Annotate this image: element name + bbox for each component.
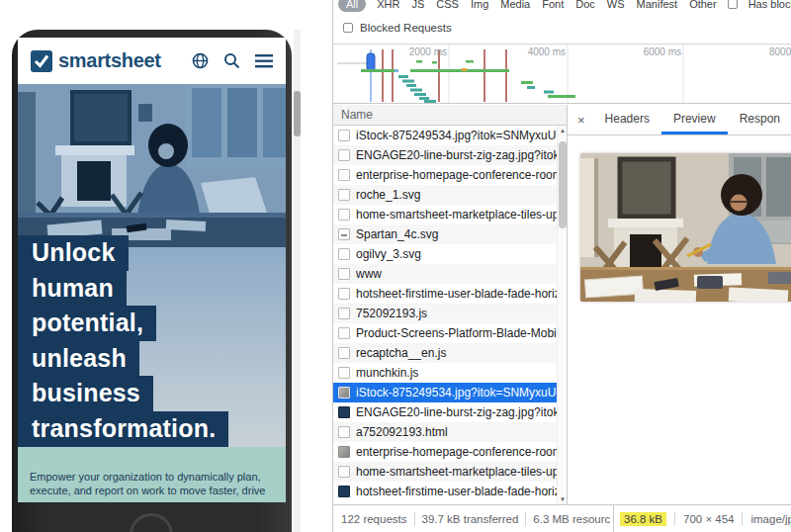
file-icon bbox=[338, 308, 350, 319]
table-row[interactable]: www bbox=[333, 264, 557, 284]
subtext-line: Empower your organization to dynamically… bbox=[30, 470, 278, 484]
summary-stats: 122 requests39.7 kB transferred6.3 MB re… bbox=[333, 505, 614, 532]
table-row[interactable]: 752092193.js bbox=[333, 304, 557, 323]
scroll-up-arrow[interactable]: ▲ bbox=[558, 128, 568, 133]
request-name: iStock-875249534.jpg?itok=SNMyxuU6 bbox=[356, 386, 557, 399]
image-file-icon bbox=[338, 446, 350, 458]
file-icon bbox=[338, 189, 350, 201]
file-icon bbox=[338, 347, 350, 359]
tab-preview[interactable]: Preview bbox=[661, 105, 728, 134]
filter-xhr[interactable]: XHR bbox=[377, 0, 399, 10]
divider bbox=[742, 512, 743, 526]
table-row[interactable]: enterprise-homepage-conference-room-trea… bbox=[333, 165, 557, 185]
table-row[interactable]: Spartan_4c.svg bbox=[333, 224, 557, 244]
filter-ws[interactable]: WS bbox=[607, 0, 625, 10]
file-icon bbox=[338, 288, 350, 300]
tab-headers[interactable]: Headers bbox=[593, 105, 661, 134]
image-file-icon bbox=[338, 387, 350, 399]
table-row[interactable]: Product-Screens-Platform-Blade-Mobile.pn… bbox=[333, 323, 557, 343]
request-list-column: Name iStock-875249534.jpg?itok=SNMyxuU6E… bbox=[333, 105, 568, 504]
table-row[interactable]: ENGAGE20-line-burst-zig-zag.jpg?itok=9tQ… bbox=[333, 145, 557, 165]
filter-doc[interactable]: Doc bbox=[575, 0, 595, 10]
preview-scrollbar-thumb[interactable] bbox=[294, 91, 301, 136]
phone-home-button bbox=[130, 513, 173, 532]
resource-stats: 36.8 kB 700 × 454 image/jpe bbox=[614, 505, 791, 532]
phone-screen: Empower your organization to dynamically… bbox=[18, 38, 286, 502]
divider bbox=[674, 512, 675, 526]
table-row[interactable]: hotsheet-firstime-user-blade-fade-horizo… bbox=[333, 284, 557, 304]
table-row[interactable]: hotsheet-firstime-user-blade-fade-horizo… bbox=[333, 482, 557, 501]
table-row[interactable]: home-smartsheet-marketplace-tiles-update… bbox=[333, 205, 557, 224]
resource-dimensions: 700 × 454 bbox=[683, 513, 734, 525]
table-row[interactable]: iStock-875249534.jpg?itok=SNMyxuU6 bbox=[333, 126, 557, 145]
devtools-network-panel: All XHRJSCSSImgMediaFontDocWSManifestOth… bbox=[332, 0, 791, 532]
filter-all[interactable]: All bbox=[338, 0, 366, 12]
close-icon[interactable]: × bbox=[577, 113, 585, 128]
name-column-header[interactable]: Name bbox=[333, 105, 567, 126]
resource-size-highlighted: 36.8 kB bbox=[620, 512, 666, 526]
headline-line: transformation. bbox=[18, 411, 228, 447]
subtext-line: execute, and report on work to move fast… bbox=[30, 484, 278, 497]
request-name: a752092193.html bbox=[356, 425, 448, 439]
filter-js[interactable]: JS bbox=[411, 0, 424, 10]
file-icon bbox=[338, 228, 350, 240]
file-icon bbox=[338, 130, 350, 141]
search-icon[interactable] bbox=[223, 52, 240, 69]
file-icon bbox=[338, 268, 350, 280]
phone-frame: Empower your organization to dynamically… bbox=[12, 30, 292, 532]
hero-headline: Unlockhumanpotential,unleashbusinesstran… bbox=[18, 235, 228, 447]
filter-img[interactable]: Img bbox=[471, 0, 488, 10]
request-detail-panel: × HeadersPreviewRespon bbox=[568, 105, 791, 504]
table-row[interactable]: munchkin.js bbox=[333, 363, 557, 383]
file-icon bbox=[338, 466, 350, 478]
preview-scrollbar[interactable] bbox=[294, 30, 301, 532]
image-file-icon bbox=[338, 406, 350, 418]
has-blocked-cookies-label: Has blocked coo bbox=[748, 0, 791, 10]
filter-media[interactable]: Media bbox=[500, 0, 530, 10]
file-icon bbox=[338, 169, 350, 181]
file-icon bbox=[338, 209, 350, 221]
table-row[interactable]: ogilvy_3.svg bbox=[333, 244, 557, 264]
filter-other[interactable]: Other bbox=[689, 0, 717, 10]
waterfall-overview[interactable]: 2000 ms 4000 ms 6000 ms 8000 m bbox=[333, 44, 791, 104]
request-rows: iStock-875249534.jpg?itok=SNMyxuU6ENGAGE… bbox=[333, 126, 557, 504]
globe-icon[interactable] bbox=[192, 52, 209, 69]
table-row[interactable]: home-smartsheet-marketplace-tiles-update… bbox=[333, 462, 557, 482]
table-row[interactable]: iStock-875249534.jpg?itok=SNMyxuU6 bbox=[333, 383, 557, 402]
hamburger-menu-icon[interactable] bbox=[255, 54, 273, 68]
table-row[interactable]: ENGAGE20-line-burst-zig-zag.jpg?itok=9tQ… bbox=[333, 402, 557, 422]
request-list-scrollbar[interactable]: ▲ ▼ bbox=[557, 126, 567, 504]
filter-css[interactable]: CSS bbox=[436, 0, 459, 10]
headline-line: human bbox=[18, 271, 127, 307]
request-type-filter-bar: All XHRJSCSSImgMediaFontDocWSManifestOth… bbox=[333, 0, 791, 14]
table-row[interactable]: a752092193.html bbox=[333, 422, 557, 442]
table-row[interactable]: roche_1.svg bbox=[333, 185, 557, 205]
request-list-scrollbar-thumb[interactable] bbox=[559, 141, 567, 228]
request-name: www bbox=[356, 267, 382, 281]
filter-font[interactable]: Font bbox=[542, 0, 564, 10]
request-name: home-smartsheet-marketplace-tiles-update… bbox=[356, 208, 557, 222]
file-icon bbox=[338, 327, 350, 339]
smartsheet-logo[interactable]: smartsheet bbox=[31, 49, 161, 72]
image-preview bbox=[580, 153, 791, 302]
brand-name: smartsheet bbox=[58, 49, 161, 72]
hero-photo bbox=[18, 84, 286, 247]
table-row[interactable]: enterprise-homepage-conference-room-trea… bbox=[333, 442, 557, 462]
request-name: recaptcha__en.js bbox=[356, 346, 446, 360]
file-icon bbox=[338, 367, 350, 379]
filter-manifest[interactable]: Manifest bbox=[637, 0, 678, 10]
file-icon bbox=[338, 248, 350, 260]
tab-respon[interactable]: Respon bbox=[728, 105, 791, 134]
screenshot-root: Empower your organization to dynamically… bbox=[0, 0, 791, 532]
has-blocked-cookies-checkbox[interactable] bbox=[728, 0, 738, 9]
timeline-tick: 8000 m bbox=[769, 46, 791, 57]
detail-tabs: × HeadersPreviewRespon bbox=[568, 105, 791, 135]
summary-stat: 122 requests bbox=[341, 513, 407, 525]
preview-photo-art bbox=[580, 153, 791, 302]
request-name: 752092193.js bbox=[356, 307, 427, 320]
scroll-down-arrow[interactable]: ▼ bbox=[558, 496, 568, 502]
subtext-section: Empower your organization to dynamically… bbox=[18, 447, 286, 502]
blocked-requests-checkbox[interactable] bbox=[343, 23, 353, 33]
table-row[interactable]: recaptcha__en.js bbox=[333, 343, 557, 363]
hero-subtext: Empower your organization to dynamically… bbox=[30, 470, 278, 497]
